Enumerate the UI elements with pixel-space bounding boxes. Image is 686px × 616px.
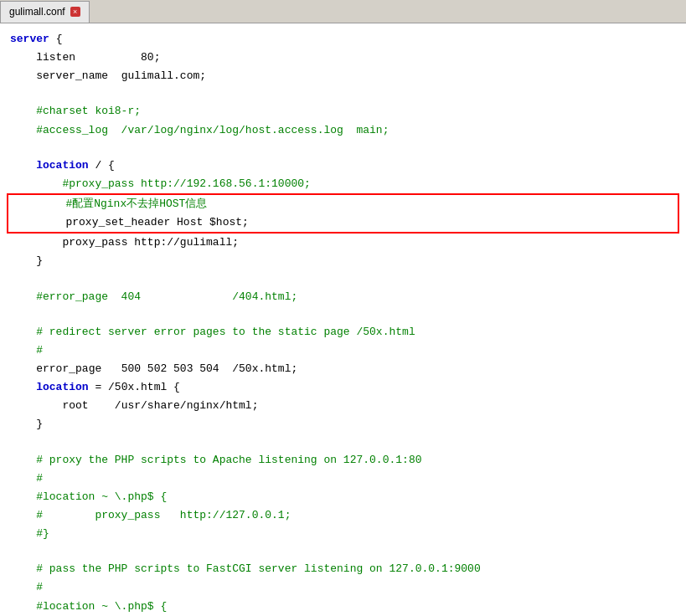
tab-filename: gulimall.conf <box>9 6 65 18</box>
code-line: # pass the PHP scripts to FastCGI server… <box>0 560 686 578</box>
code-line: # <box>0 578 686 597</box>
code-line: #location ~ \.php$ { <box>0 598 686 616</box>
code-line: proxy_pass http://gulimall; <box>0 234 686 252</box>
code-line <box>0 271 686 288</box>
code-line-proxy-set-header: proxy_set_header Host $host; <box>10 213 676 232</box>
tab-close-button[interactable]: × <box>70 7 80 17</box>
code-line <box>0 543 686 560</box>
code-line: # <box>0 341 686 360</box>
code-line: } <box>0 252 686 270</box>
code-area: server { listen 80; server_name gulimall… <box>0 23 686 616</box>
code-line: error_page 500 502 503 504 /50x.html; <box>0 360 686 378</box>
code-line: #} <box>0 525 686 543</box>
code-line: # redirect server error pages to the sta… <box>0 323 686 341</box>
tab-gulimall-conf[interactable]: gulimall.conf × <box>0 1 90 23</box>
code-line: # <box>0 470 686 488</box>
code-line: #charset koi8-r; <box>0 102 686 121</box>
code-line: listen 80; <box>0 49 686 67</box>
code-line <box>0 306 686 323</box>
code-line: location = /50x.html { <box>0 378 686 397</box>
code-line: server { <box>0 30 686 49</box>
red-box-container: #配置Nginx不去掉HOST信息 proxy_set_header Host … <box>0 193 686 234</box>
code-line: location / { <box>0 157 686 175</box>
code-line <box>0 140 686 157</box>
code-line: #error_page 404 /404.html; <box>0 288 686 306</box>
code-line: server_name gulimall.com; <box>0 67 686 85</box>
code-line: #access_log /var/log/nginx/log/host.acce… <box>0 121 686 140</box>
code-line: # proxy the PHP scripts to Apache listen… <box>0 451 686 470</box>
code-line: #location ~ \.php$ { <box>0 488 686 506</box>
code-line: root /usr/share/nginx/html; <box>0 397 686 415</box>
code-line <box>0 434 686 451</box>
code-line <box>0 85 686 102</box>
tab-bar: gulimall.conf × <box>0 0 686 23</box>
code-line: #proxy_pass http://192.168.56.1:10000; <box>0 175 686 193</box>
code-line: # proxy_pass http://127.0.0.1; <box>0 506 686 525</box>
code-line-chinese-comment: #配置Nginx不去掉HOST信息 <box>10 195 676 213</box>
code-line: } <box>0 415 686 434</box>
